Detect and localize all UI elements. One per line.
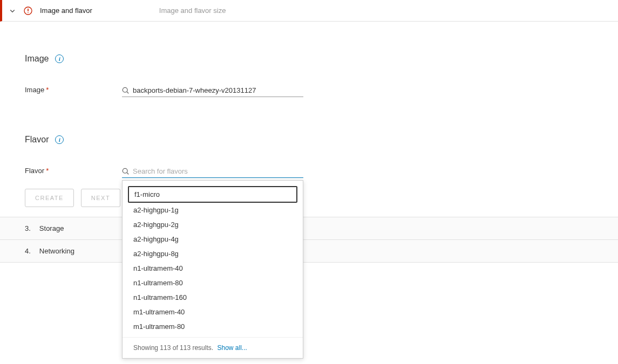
dropdown-item[interactable]: a2-highgpu-8g [128, 246, 297, 261]
flavor-input[interactable] [133, 167, 303, 175]
image-field-label: Image* [25, 86, 122, 97]
step-label: Storage [39, 224, 64, 232]
info-icon[interactable]: i [55, 135, 64, 144]
step-storage[interactable]: 3. Storage [0, 217, 618, 240]
dropdown-item[interactable]: n1-ultramem-80 [128, 276, 297, 290]
image-input[interactable] [133, 86, 303, 94]
header-subtitle: Image and flavor size [159, 6, 226, 15]
create-button[interactable]: CREATE [25, 189, 74, 207]
dropdown-item[interactable]: m1-ultramem-40 [128, 305, 297, 319]
dropdown-item[interactable]: a2-highgpu-2g [128, 217, 297, 232]
show-all-link[interactable]: Show all... [217, 344, 247, 352]
image-section-title: Image i [25, 54, 593, 64]
flavor-section-title: Flavor i [25, 135, 593, 145]
section-header[interactable]: Image and flavor Image and flavor size [0, 0, 618, 22]
step-networking[interactable]: 4. Networking [0, 240, 618, 263]
alert-icon [24, 6, 32, 15]
button-row: CREATE NEXT C [25, 189, 593, 207]
svg-line-4 [127, 92, 128, 93]
steps-list: 3. Storage 4. Networking [0, 217, 618, 263]
search-icon [122, 87, 130, 94]
dropdown-item[interactable]: a2-highgpu-1g [128, 203, 297, 217]
svg-point-5 [123, 168, 127, 173]
flavor-title-text: Flavor [25, 135, 49, 145]
step-label: Networking [39, 247, 74, 255]
search-icon [122, 168, 130, 175]
required-asterisk: * [46, 86, 49, 94]
svg-point-2 [28, 12, 29, 13]
header-title: Image and flavor [40, 6, 92, 15]
flavor-dropdown: f1-micro a2-highgpu-1g a2-highgpu-2g a2-… [122, 180, 303, 359]
dropdown-results-text: Showing 113 of 113 results. [133, 344, 213, 352]
flavor-field-label: Flavor* [25, 167, 122, 178]
dropdown-item[interactable]: a2-highgpu-4g [128, 232, 297, 246]
next-button[interactable]: NEXT [81, 189, 120, 207]
svg-point-3 [123, 87, 127, 92]
dropdown-footer: Showing 113 of 113 results. Show all... [123, 337, 303, 358]
image-title-text: Image [25, 54, 49, 64]
chevron-down-icon [9, 7, 16, 15]
dropdown-item[interactable]: n1-ultramem-160 [128, 290, 297, 305]
required-asterisk: * [46, 167, 49, 175]
dropdown-list[interactable]: f1-micro a2-highgpu-1g a2-highgpu-2g a2-… [123, 181, 303, 337]
flavor-search-wrapper[interactable]: f1-micro a2-highgpu-1g a2-highgpu-2g a2-… [122, 165, 303, 178]
dropdown-item[interactable]: m1-ultramem-80 [128, 319, 297, 334]
dropdown-item[interactable]: f1-micro [128, 186, 297, 203]
dropdown-item[interactable]: n1-ultramem-40 [128, 261, 297, 276]
info-icon[interactable]: i [55, 54, 64, 63]
svg-line-6 [127, 173, 128, 174]
image-search-wrapper[interactable] [122, 84, 303, 97]
step-number: 4. [25, 247, 31, 255]
step-number: 3. [25, 224, 31, 232]
